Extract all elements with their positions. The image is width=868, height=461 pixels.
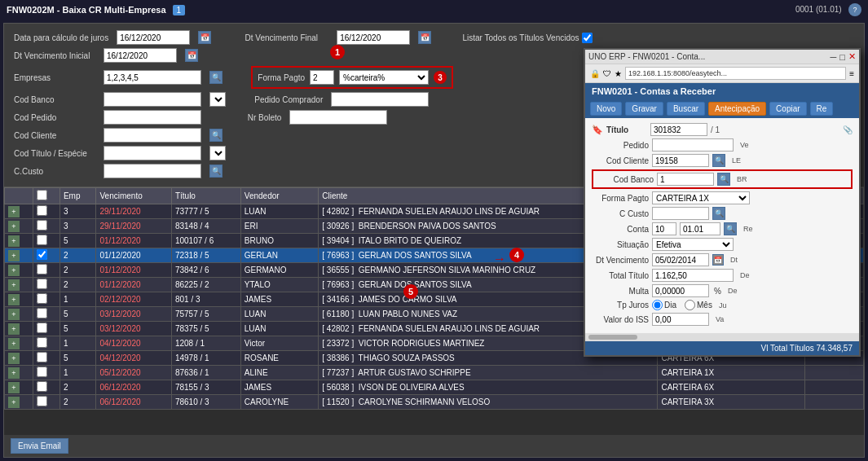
row-add-btn[interactable]: + [5, 322, 33, 336]
row-add-btn[interactable]: + [5, 263, 33, 278]
row-add-btn[interactable]: + [5, 380, 33, 395]
row-checkbox[interactable] [33, 278, 59, 292]
antecipacao-btn[interactable]: Antecipação [708, 102, 766, 116]
row-add-btn[interactable]: + [5, 278, 33, 292]
close-btn[interactable]: ✕ [848, 51, 856, 62]
row-add-btn[interactable]: + [5, 351, 33, 366]
paperclip-icon: 📎 [843, 125, 853, 134]
re-btn[interactable]: Re [810, 102, 834, 116]
dt-venc-ini-input[interactable] [104, 48, 177, 63]
cod-cliente-search-btn[interactable]: 🔍 [209, 129, 223, 142]
sub-forma-pagto-select[interactable]: CARTEIRA 1X [652, 191, 750, 204]
col-header-vencimento[interactable]: Vencimento [96, 188, 171, 204]
row-add-btn[interactable]: + [5, 395, 33, 410]
row-checkbox[interactable] [33, 336, 59, 351]
cod-cliente-input[interactable] [104, 128, 201, 143]
sub-ccusto-input[interactable] [652, 207, 709, 220]
sub-scrollbar[interactable] [585, 333, 859, 341]
table-row[interactable]: + 2 06/12/2020 78155 / 3 JAMES [ 56038 ]… [5, 380, 864, 395]
pedido-comprador-input[interactable] [331, 92, 429, 107]
maximize-btn[interactable]: □ [839, 52, 845, 62]
row-checkbox[interactable] [33, 219, 59, 234]
ccusto-search-btn[interactable]: 🔍 [209, 165, 223, 178]
ccusto-input[interactable] [104, 164, 201, 178]
row-add-btn[interactable]: + [5, 204, 33, 219]
row-titulo: 72318 / 5 [171, 248, 240, 263]
col-header-emp[interactable]: Emp [59, 188, 96, 204]
pedido-input[interactable] [652, 138, 734, 151]
envia-email-button[interactable]: Envia Email [11, 438, 68, 454]
row-checkbox[interactable] [33, 292, 59, 307]
select-all-checkbox[interactable] [37, 190, 47, 200]
sub-multa-input[interactable] [652, 284, 709, 297]
row-add-btn[interactable]: + [5, 292, 33, 307]
sub-conta-search[interactable]: 🔍 [724, 222, 737, 235]
forma-pagto-select[interactable]: %carteira% [339, 70, 429, 85]
sub-form: 🔖 Título / 1 📎 Pedido Ve Cod Cliente 🔍 L… [585, 118, 859, 333]
dia-radio[interactable] [652, 300, 663, 310]
row-vencimento: 06/12/2020 [96, 395, 171, 410]
row-add-btn[interactable]: + [5, 234, 33, 248]
row-add-btn[interactable]: + [5, 366, 33, 380]
copiar-btn[interactable]: Copiar [769, 102, 806, 116]
row-add-btn[interactable]: + [5, 336, 33, 351]
dt-venc-final-input[interactable] [337, 30, 410, 45]
url-input[interactable] [625, 67, 846, 80]
col-header-vendedor[interactable]: Vendedor [240, 188, 318, 204]
empresas-input[interactable] [104, 70, 201, 85]
sub-cod-banco-search[interactable]: 🔍 [717, 173, 730, 186]
sub-valor-iss-input[interactable] [652, 313, 709, 326]
row-checkbox[interactable] [33, 248, 59, 263]
forma-pagto-input[interactable] [310, 70, 334, 85]
row-vendedor: Victor [240, 336, 318, 351]
buscar-btn[interactable]: Buscar [667, 102, 705, 116]
col-header-titulo[interactable]: Título [171, 188, 240, 204]
tab-badge[interactable]: 1 [173, 5, 186, 15]
empresas-search-btn[interactable]: 🔍 [209, 71, 223, 84]
menu-icon[interactable]: ≡ [849, 69, 854, 78]
cod-banco-select[interactable] [209, 92, 226, 107]
sub-conta-input2[interactable] [680, 222, 720, 235]
dt-venc-extra: Dt [730, 256, 738, 264]
sub-cod-cliente-search[interactable]: 🔍 [712, 154, 725, 167]
table-row[interactable]: + 2 06/12/2020 78610 / 3 CAROLYNE [ 1152… [5, 395, 864, 410]
sub-ccusto-search[interactable]: 🔍 [712, 207, 725, 220]
sub-conta-input1[interactable] [652, 222, 676, 235]
titulo-input[interactable] [650, 123, 707, 136]
row-checkbox[interactable] [33, 322, 59, 336]
cod-titulo-input[interactable] [104, 146, 201, 160]
sub-total-titulo-input[interactable] [652, 269, 734, 282]
data-calc-calendar-btn[interactable]: 📅 [198, 31, 211, 44]
sub-dt-vencimento-input[interactable] [652, 253, 709, 266]
row-checkbox[interactable] [33, 204, 59, 219]
row-checkbox[interactable] [33, 395, 59, 410]
table-row[interactable]: + 1 05/12/2020 87636 / 1 ALINE [ 77237 ]… [5, 366, 864, 380]
dt-venc-final-calendar-btn[interactable]: 📅 [418, 31, 431, 44]
row-add-btn[interactable]: + [5, 307, 33, 322]
mes-radio[interactable] [685, 300, 695, 310]
row-checkbox[interactable] [33, 234, 59, 248]
row-checkbox[interactable] [33, 351, 59, 366]
window-chrome: UNO ERP - FNW0201 - Conta... ─ □ ✕ [585, 50, 859, 64]
listar-checkbox[interactable] [582, 33, 593, 43]
row-checkbox[interactable] [33, 263, 59, 278]
help-icon[interactable]: ? [848, 3, 861, 16]
sub-cod-banco-input[interactable] [657, 173, 714, 186]
cod-titulo-select[interactable] [209, 146, 226, 160]
minimize-btn[interactable]: ─ [831, 52, 837, 62]
row-checkbox[interactable] [33, 307, 59, 322]
sub-dt-vencimento-cal[interactable]: 📅 [712, 254, 724, 266]
row-add-btn[interactable]: + [5, 219, 33, 234]
dt-venc-ini-calendar-btn[interactable]: 📅 [185, 49, 198, 62]
nr-boleto-input[interactable] [289, 110, 387, 125]
gravar-btn[interactable]: Gravar [625, 102, 663, 116]
row-checkbox[interactable] [33, 380, 59, 395]
cod-pedido-input[interactable] [104, 110, 201, 125]
data-calc-input[interactable] [117, 30, 190, 45]
sub-situacao-select[interactable]: Efetiva [652, 238, 734, 251]
novo-btn[interactable]: Novo [590, 102, 622, 116]
sub-cod-cliente-input[interactable] [652, 154, 709, 167]
cod-banco-input[interactable] [104, 92, 201, 107]
row-checkbox[interactable] [33, 366, 59, 380]
row-add-btn[interactable]: + [5, 248, 33, 263]
